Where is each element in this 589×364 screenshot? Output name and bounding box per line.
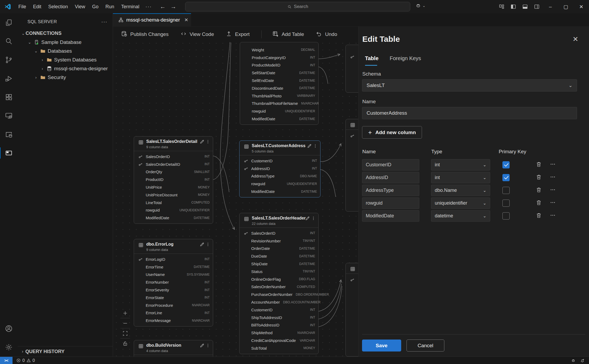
- column-row[interactable]: SalesOrderNumberCOMPUTED: [239, 283, 318, 291]
- sidebar-item-mssql-schema-designer[interactable]: ›mssql-schema-designer: [18, 64, 113, 73]
- forward-arrow-icon[interactable]: →: [170, 3, 177, 10]
- menu-run[interactable]: Run: [102, 3, 118, 11]
- column-row[interactable]: ErrorNumberINT: [134, 278, 213, 286]
- column-row[interactable]: RevisionNumberTINYINT: [239, 237, 318, 245]
- column-row[interactable]: ProductCategoryIDINT: [240, 54, 318, 61]
- column-row[interactable]: ErrorProcedureNVARCHAR: [134, 301, 213, 309]
- column-row[interactable]: ProductModelIDINT: [240, 61, 318, 69]
- column-row[interactable]: ErrorLineINT: [134, 309, 213, 317]
- edit-pencil-icon[interactable]: [200, 242, 205, 248]
- column-row[interactable]: AddressTypeDBO.NAME: [239, 172, 320, 180]
- diagram-table-error-log[interactable]: dbo.ErrorLog9 column dataErrorLogIDINTEr…: [134, 239, 213, 326]
- sidebar-item-connections[interactable]: ⌄CONNECTIONS: [18, 29, 113, 38]
- search-input[interactable]: Search: [185, 2, 410, 11]
- database-projects-icon[interactable]: [0, 125, 18, 144]
- column-type-dropdown[interactable]: dbo.Name⌄: [431, 185, 490, 196]
- column-name-input[interactable]: [362, 197, 419, 209]
- column-row[interactable]: LineTotalCOMPUTED: [134, 199, 213, 206]
- column-row[interactable]: ErrorStateINT: [134, 294, 213, 301]
- column-type-dropdown[interactable]: datetime⌄: [431, 210, 490, 222]
- column-row[interactable]: OnlineOrderFlagDBO.FLAG: [239, 275, 318, 283]
- column-more-icon[interactable]: [550, 161, 556, 168]
- column-more-icon[interactable]: [550, 212, 556, 219]
- menu-view[interactable]: View: [71, 3, 89, 11]
- primary-key-checkbox[interactable]: [502, 174, 510, 181]
- edit-pencil-icon[interactable]: [305, 216, 310, 222]
- sidebar-item-system-databases[interactable]: ›System Databases: [18, 55, 113, 64]
- column-row[interactable]: ProductIDINT: [134, 176, 213, 183]
- tab-mssql-schema-designer[interactable]: mssql-schema-designer ✕: [113, 13, 191, 27]
- column-row[interactable]: ErrorLogIDINT: [134, 255, 213, 263]
- copilot-status-icon[interactable]: [571, 358, 576, 363]
- column-row[interactable]: CustomerIDINT: [239, 157, 320, 165]
- tab-close-icon[interactable]: ✕: [183, 16, 190, 23]
- diagram-table-sales-order-header[interactable]: SalesLT.SalesOrderHeader22 column dataSa…: [239, 213, 319, 354]
- column-row[interactable]: UnitPriceMONEY: [134, 183, 213, 191]
- sidebar-item-security[interactable]: ›Security: [18, 73, 113, 82]
- add-table-button[interactable]: Add Table: [272, 31, 304, 38]
- sidebar-item-sample-database[interactable]: ⌄Sample Database: [18, 38, 113, 47]
- column-name-input[interactable]: [362, 172, 419, 183]
- column-type-dropdown[interactable]: int⌄: [431, 172, 490, 183]
- tab-table[interactable]: Table: [365, 55, 379, 66]
- primary-key-checkbox[interactable]: [502, 200, 510, 207]
- column-row[interactable]: DueDateDATETIME: [239, 252, 318, 260]
- diagram-table-product[interactable]: WeightDECIMALProductCategoryIDINTProduct…: [240, 42, 319, 125]
- column-row[interactable]: SellStartDateDATETIME: [240, 69, 318, 77]
- export-button[interactable]: Export: [226, 31, 250, 38]
- column-row[interactable]: ModifiedDateDATETIME: [239, 188, 320, 195]
- column-row[interactable]: AccountNumberDBO.ACCOUNTNUMBER: [239, 298, 318, 306]
- menu-selection[interactable]: Selection: [45, 3, 71, 11]
- column-row[interactable]: ModifiedDateDATETIME: [134, 214, 213, 222]
- zoom-out-icon[interactable]: [120, 318, 130, 328]
- column-row[interactable]: OrderQtySMALLINT: [134, 168, 213, 176]
- tab-foreign-keys[interactable]: Foreign Keys: [390, 55, 421, 66]
- source-control-icon[interactable]: [0, 51, 18, 69]
- column-name-input[interactable]: [362, 159, 419, 171]
- column-more-icon[interactable]: [550, 187, 556, 194]
- mssql-icon[interactable]: [0, 144, 18, 162]
- menu-more-button[interactable]: ···: [143, 3, 155, 11]
- account-icon[interactable]: [0, 319, 18, 338]
- column-row[interactable]: ThumbNailPhotoVARBINARY: [240, 92, 318, 100]
- close-button[interactable]: ✕: [574, 0, 589, 13]
- column-row[interactable]: rowguidUNIQUEIDENTIFIER: [240, 107, 318, 115]
- sidebar-more-button[interactable]: ···: [101, 19, 107, 25]
- primary-key-checkbox[interactable]: [502, 212, 510, 220]
- column-row[interactable]: ErrorSeverityINT: [134, 286, 213, 294]
- column-row[interactable]: BillToAddressIDINT: [239, 321, 318, 329]
- column-row[interactable]: SubTotalMONEY: [239, 344, 318, 352]
- primary-key-checkbox[interactable]: [502, 187, 510, 194]
- toggle-secondary-sidebar-icon[interactable]: [531, 0, 543, 13]
- primary-key-checkbox[interactable]: [502, 161, 510, 168]
- publish-button[interactable]: Publish Changes: [121, 31, 169, 38]
- menu-file[interactable]: File: [15, 3, 30, 11]
- column-row[interactable]: UnitPriceDiscountMONEY: [134, 191, 213, 199]
- add-new-column-button[interactable]: + Add new column: [362, 126, 422, 139]
- delete-column-icon[interactable]: [536, 212, 542, 220]
- diagram-table-customer-address[interactable]: SalesLT.CustomerAddress5 column dataCust…: [239, 140, 320, 197]
- back-arrow-icon[interactable]: ←: [159, 3, 166, 10]
- toggle-panel-icon[interactable]: [519, 0, 531, 13]
- minimize-button[interactable]: –: [543, 0, 558, 13]
- column-name-input[interactable]: [362, 210, 419, 222]
- extensions-icon[interactable]: [0, 88, 18, 106]
- column-row[interactable]: CreditCardApprovalCodeVARCHAR: [239, 337, 318, 344]
- schema-dropdown[interactable]: SalesLT ⌄: [362, 79, 577, 92]
- customize-layout-icon[interactable]: [496, 0, 507, 13]
- column-type-dropdown[interactable]: uniqueidentifier⌄: [431, 197, 490, 209]
- table-name-field[interactable]: CustomerAddress: [362, 107, 577, 119]
- column-row[interactable]: ErrorMessageNVARCHAR: [134, 317, 213, 324]
- view-code-button[interactable]: View Code: [180, 31, 214, 38]
- delete-column-icon[interactable]: [536, 161, 542, 168]
- delete-column-icon[interactable]: [536, 187, 542, 194]
- column-row[interactable]: AddressIDINT: [239, 165, 320, 172]
- problems-status[interactable]: 0 0: [16, 358, 35, 363]
- column-row[interactable]: rowguidUNIQUEIDENTIFIER: [134, 206, 213, 214]
- explorer-icon[interactable]: [0, 13, 18, 32]
- column-row[interactable]: rowguidUNIQUEIDENTIFIER: [239, 180, 320, 188]
- query-history-section[interactable]: › QUERY HISTORY: [18, 346, 113, 357]
- save-button[interactable]: Save: [362, 340, 401, 351]
- column-row[interactable]: ShipToAddressIDINT: [239, 314, 318, 321]
- undo-button[interactable]: Undo: [316, 31, 337, 38]
